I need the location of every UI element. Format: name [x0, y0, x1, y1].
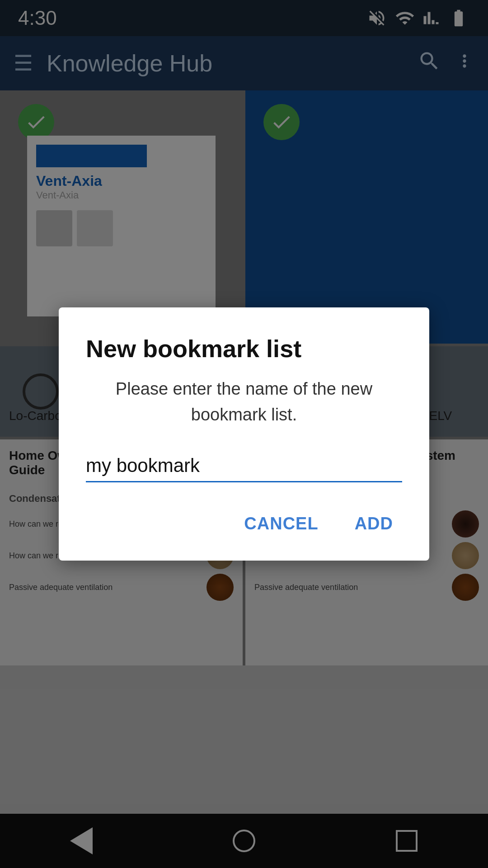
dialog-message: Please enter the name of the new bookmar… [86, 376, 402, 428]
dialog-buttons: CANCEL ADD [86, 509, 402, 538]
bookmark-name-input[interactable] [86, 450, 402, 481]
add-button[interactable]: ADD [346, 509, 402, 538]
dialog-overlay: New bookmark list Please enter the name … [0, 0, 488, 868]
dialog-title: New bookmark list [86, 335, 402, 363]
cancel-button[interactable]: CANCEL [235, 509, 327, 538]
dialog-input-container [86, 450, 402, 482]
new-bookmark-dialog: New bookmark list Please enter the name … [59, 307, 429, 561]
